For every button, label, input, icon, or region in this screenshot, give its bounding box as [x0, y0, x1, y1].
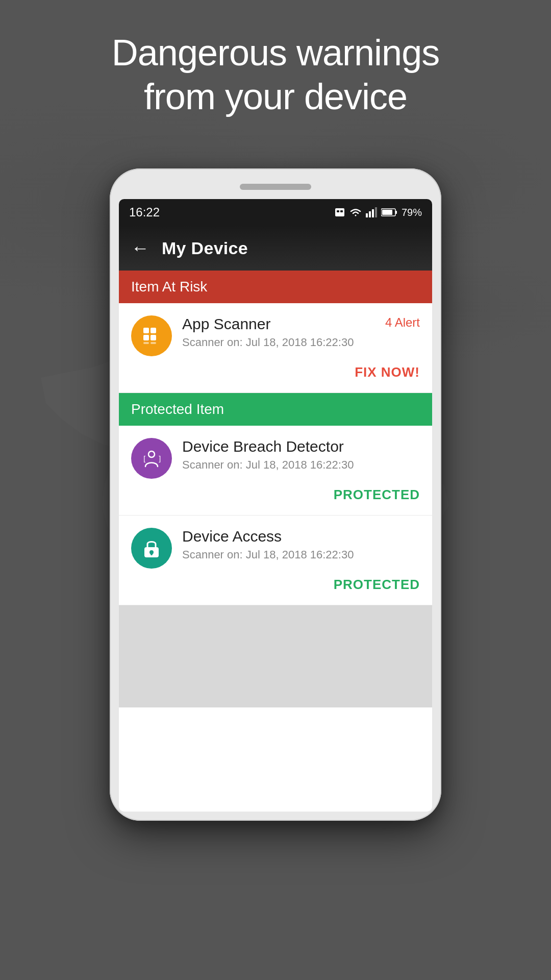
- svg-rect-13: [151, 335, 156, 340]
- wifi-icon: [349, 207, 362, 217]
- grid-icon: [140, 325, 163, 347]
- main-heading-container: Dangerous warnings from your device: [0, 31, 551, 119]
- app-scanner-alert: 4 Alert: [385, 315, 420, 330]
- device-access-item: Device Access Scanner on: Jul 18, 2018 1…: [119, 516, 432, 605]
- svg-point-16: [148, 451, 155, 457]
- svg-rect-10: [143, 328, 149, 333]
- app-scanner-name: App Scanner: [182, 315, 375, 333]
- toolbar-title: My Device: [162, 238, 248, 258]
- breach-detector-icon-circle: [ ]: [131, 438, 172, 479]
- device-access-icon-circle: [131, 528, 172, 569]
- lock-icon: [140, 537, 163, 559]
- svg-rect-14: [143, 342, 149, 344]
- fix-now-button[interactable]: FIX NOW!: [131, 356, 420, 384]
- device-access-subtitle: Scanner on: Jul 18, 2018 16:22:30: [182, 548, 420, 561]
- risk-banner: Item At Risk: [119, 271, 432, 303]
- svg-rect-2: [340, 210, 343, 212]
- app-toolbar: ← My Device: [119, 226, 432, 271]
- signal-icon: [366, 207, 377, 217]
- svg-rect-11: [151, 328, 156, 333]
- svg-rect-8: [395, 211, 397, 214]
- device-access-info: Device Access Scanner on: Jul 18, 2018 1…: [182, 528, 420, 561]
- app-scanner-subtitle: Scanner on: Jul 18, 2018 16:22:30: [182, 336, 375, 349]
- device-access-row: Device Access Scanner on: Jul 18, 2018 1…: [131, 528, 420, 569]
- sim-icon: [334, 207, 345, 217]
- breach-detector-name: Device Breach Detector: [182, 438, 420, 455]
- device-access-status: PROTECTED: [131, 569, 420, 597]
- device-access-name: Device Access: [182, 528, 420, 545]
- svg-rect-1: [337, 210, 339, 212]
- gray-bottom-area: [119, 605, 432, 707]
- protected-banner: Protected Item: [119, 393, 432, 426]
- svg-rect-3: [366, 213, 368, 217]
- battery-icon: [381, 208, 397, 217]
- app-scanner-row: App Scanner Scanner on: Jul 18, 2018 16:…: [131, 315, 420, 356]
- battery-percent: 79%: [402, 207, 422, 218]
- breach-detector-info: Device Breach Detector Scanner on: Jul 1…: [182, 438, 420, 472]
- status-icons: 79%: [334, 207, 422, 218]
- phone-shell: 16:22: [110, 168, 441, 821]
- svg-rect-0: [335, 208, 344, 216]
- breach-detector-row: [ ] Device Breach Detector Scanner on: J…: [131, 438, 420, 479]
- svg-text:]: ]: [158, 455, 162, 463]
- svg-rect-12: [143, 335, 149, 340]
- svg-text:[: [: [142, 455, 146, 463]
- breach-detector-status: PROTECTED: [131, 479, 420, 507]
- svg-rect-21: [151, 552, 153, 555]
- svg-rect-4: [369, 211, 371, 217]
- app-scanner-item: App Scanner Scanner on: Jul 18, 2018 16:…: [119, 303, 432, 393]
- phone-screen: 16:22: [119, 199, 432, 812]
- svg-rect-5: [372, 209, 374, 217]
- svg-rect-15: [151, 342, 156, 344]
- status-bar: 16:22: [119, 199, 432, 226]
- breach-detector-subtitle: Scanner on: Jul 18, 2018 16:22:30: [182, 458, 420, 472]
- app-scanner-info: App Scanner Scanner on: Jul 18, 2018 16:…: [182, 315, 375, 349]
- risk-banner-label: Item At Risk: [131, 279, 207, 295]
- status-time: 16:22: [129, 205, 160, 219]
- alert-count: 4 Alert: [385, 315, 420, 329]
- phone-speaker: [240, 184, 311, 190]
- phone-mockup: 16:22: [110, 168, 441, 821]
- app-scanner-icon-circle: [131, 315, 172, 356]
- breach-detector-icon: [ ]: [140, 447, 163, 470]
- protected-banner-label: Protected Item: [131, 401, 224, 417]
- back-button[interactable]: ←: [131, 237, 149, 259]
- breach-detector-item: [ ] Device Breach Detector Scanner on: J…: [119, 426, 432, 516]
- svg-rect-6: [375, 207, 377, 217]
- svg-rect-9: [382, 210, 392, 215]
- main-heading: Dangerous warnings from your device: [31, 31, 520, 119]
